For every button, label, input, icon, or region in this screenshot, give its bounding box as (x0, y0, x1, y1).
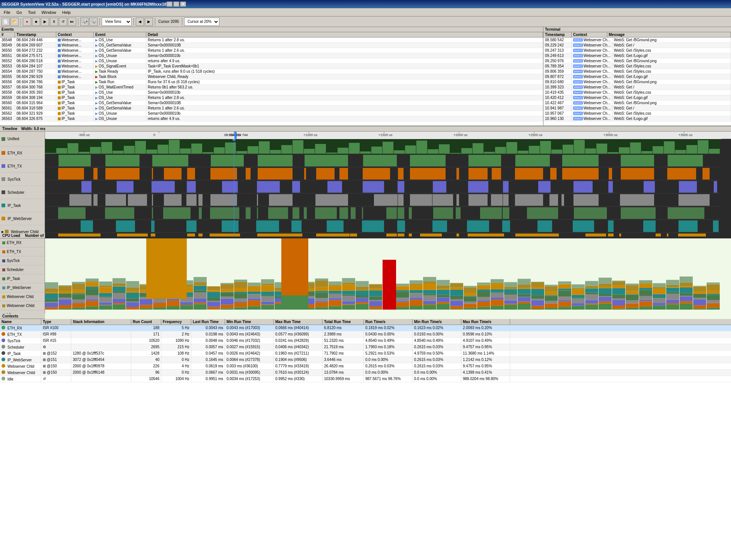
zoom-in-button[interactable]: 🔍+ (80, 18, 89, 26)
nav-right-button[interactable]: ▶ (145, 18, 153, 26)
list-item[interactable]: 09.249 613 WebS Webserver Ch... WebS: Ge… (543, 53, 731, 58)
menu-window[interactable]: Window (39, 9, 59, 15)
list-item[interactable]: 09.247 313 WebS Webserver Ch... WebS: Ge… (543, 48, 731, 53)
term-ctx: WebS Webserver Ch... (572, 100, 612, 105)
term-ctx: WebS Webserver Ch... (572, 48, 612, 53)
view-dropdown[interactable]: View 5ms (102, 18, 132, 26)
table-row[interactable]: Webserver Child ⊞ @150 2000 @ 0x1fff6148… (0, 370, 731, 376)
table-row[interactable]: 36557 08.604 300 768 IP_Task ▶ OS_WaitEv… (0, 85, 543, 90)
contexts-table[interactable]: Name Type Stack Information Run Count Fr… (0, 319, 731, 560)
events-header: Events (0, 27, 543, 32)
table-row[interactable]: ETH_RX ISR #100 188 5 Hz 0.0043 ms 0.004… (0, 325, 731, 331)
table-row[interactable]: SysTick ISR #15 10520 1090 Hz 0.0048 ms … (0, 338, 731, 344)
td-timestamp: 08.604 305 393 (15, 90, 56, 95)
ctx-td-maxpers: 988.0204 ms 98.80% (461, 376, 510, 382)
menu-go[interactable]: Go (14, 9, 25, 15)
table-row[interactable]: Scheduler ⚙ 2695 215 Hz 0.0057 ms 0.0027… (0, 344, 731, 350)
maximize-button[interactable]: □ (173, 1, 179, 7)
cpuload-labels: ETH_RX ETH_TX SysTick Scheduler IP_Task … (0, 238, 45, 319)
term-msg: WebS: Get /Logo.gif (612, 74, 731, 79)
list-item[interactable]: 10.399 323 WebS Webserver Ch... WebS: Ge… (543, 85, 731, 90)
table-row[interactable]: 36555 08.604 290 929 Webserve... ▶ Task … (0, 74, 543, 79)
play-button[interactable]: ▶ (41, 18, 49, 26)
list-item[interactable]: 08.580 542 WebS Webserver Ch... WebS: Ge… (543, 37, 731, 43)
menu-help[interactable]: Help (59, 9, 74, 15)
ctx-td-totalrun: 51.2320 ms (323, 338, 364, 344)
col-event: Event (94, 32, 146, 37)
table-row[interactable]: 36560 08.604 315 964 IP_Task ▶ OS_GetSem… (0, 100, 543, 106)
table-row[interactable]: Idle ↺ 10546 1004 Hz 0.9951 ms 0.0034 ms… (0, 376, 731, 382)
track-label: Scheduler (8, 190, 24, 195)
table-row[interactable]: 36562 08.604 321 929 IP_Task ▶ OS_Unuse … (0, 111, 543, 116)
close-button[interactable]: ✕ (180, 1, 186, 7)
ctx-dot (2, 351, 5, 355)
cpuload-track-label: Webserver Child (7, 304, 35, 308)
ctx-dot (2, 370, 5, 374)
events-table-body[interactable]: 36548 08.604 249 446 Webserve... ▶ OS_Us… (0, 37, 543, 122)
ctx-badge: WebS (573, 43, 583, 47)
zoom-out-button[interactable]: 🔍- (89, 18, 98, 26)
list-item[interactable]: 09.806 359 WebS Webserver Ch... WebS: Ge… (543, 69, 731, 74)
list-item[interactable]: 09.807 872 WebS Webserver Ch... WebS: Ge… (543, 74, 731, 79)
table-row[interactable]: IP_Task ⊞ @152 1280 @ 0x1fff537c 1428 10… (0, 350, 731, 357)
td-context: IP_Task (56, 111, 94, 116)
events-table: # Timestamp Context Event Detail 36548 0… (0, 32, 543, 126)
ctx-td-maxrun: 0.7610 ms (#30124) (274, 370, 323, 376)
table-row[interactable]: 36558 08.604 305 393 IP_Task ▶ OS_Use Se… (0, 90, 543, 95)
list-item[interactable]: 10.419 435 WebS Webserver Ch... WebS: Ge… (543, 90, 731, 95)
ctx-td-minpers: 0.2615 ms 0.03% (413, 357, 461, 363)
table-row[interactable]: 36548 08.604 249 446 Webserve... ▶ OS_Us… (0, 37, 543, 43)
td-detail: Sema=0x0000010B (146, 43, 543, 48)
list-item[interactable]: 10.941 987 WebS Webserver Ch... WebS: Ge… (543, 106, 731, 111)
ctx-td-minrun: 0.0026 ms (#24642) (225, 350, 274, 356)
list-item[interactable]: 10.960 130 WebS Webserver Ch... WebS: Ge… (543, 116, 731, 121)
ctx-td-runcount: 171 (131, 331, 161, 337)
menu-tool[interactable]: Tool (25, 9, 38, 15)
table-row[interactable]: 36556 08.604 296 786 IP_Task ▶ Task Run … (0, 79, 543, 85)
list-item[interactable]: 09.789 354 WebS Webserver Ch... WebS: Ge… (543, 64, 731, 69)
stop-button[interactable]: ■ (32, 18, 40, 26)
td-num: 36559 (0, 95, 15, 100)
list-item[interactable]: 10.420 412 WebS Webserver Ch... WebS: Ge… (543, 95, 731, 100)
term-ts: 09.250 976 (543, 58, 572, 63)
table-row[interactable]: 36549 08.604 269 607 Webserve... ▶ OS_Ge… (0, 43, 543, 48)
table-row[interactable]: IP_WebServer ⊞ @151 3072 @ 0x1fff0454 40… (0, 357, 731, 363)
table-row[interactable]: 36564 08.604 330 286 IP_Task ▶ OS_WaitEv… (0, 121, 543, 122)
terminal-table-body[interactable]: 08.580 542 WebS Webserver Ch... WebS: Ge… (543, 37, 731, 122)
open-button[interactable]: 📂 (11, 18, 19, 26)
new-button[interactable]: 📄 (2, 18, 10, 26)
ctx-dot (2, 326, 5, 329)
pause-button[interactable]: ⏸ (50, 18, 58, 26)
td-num: 36552 (0, 58, 15, 63)
cpuload-track-label: ETH_TX (7, 250, 21, 254)
term-ctx: WebS Webserver Ch... (572, 69, 612, 74)
nav-left-button[interactable]: ◀ (136, 18, 144, 26)
list-item[interactable]: 09.810 680 WebS Webserver Ch... WebS: Ge… (543, 79, 731, 85)
cursor-dropdown[interactable]: Cursor at 20% (184, 18, 219, 26)
menu-file[interactable]: File (1, 9, 14, 15)
step-button[interactable]: ⏭ (68, 18, 76, 26)
list-item[interactable]: 10.957 067 WebS Webserver Ch... WebS: Ge… (543, 111, 731, 116)
table-row[interactable]: Webserver Chld ⊞ @150 2000 @ 0x1fff0978 … (0, 363, 731, 370)
list-item[interactable]: 09.250 976 WebS Webserver Ch... WebS: Ge… (543, 58, 731, 64)
table-row[interactable]: 36563 08.604 326 875 IP_Task ▶ OS_Unuse … (0, 116, 543, 121)
table-row[interactable]: 36553 08.604 284 107 Webserve... ▶ OS_Si… (0, 64, 543, 69)
reset-button[interactable]: ↺ (59, 18, 67, 26)
minimize-button[interactable]: ─ (167, 1, 173, 7)
list-item[interactable]: 10.962 428 WebS Webserver Ch... WebS: Ge… (543, 121, 731, 122)
table-row[interactable]: 36559 08.604 308 194 IP_Task ▶ OS_Use Re… (0, 95, 543, 100)
table-row[interactable]: 36554 08.604 287 750 Webserve... ▶ Task … (0, 69, 543, 74)
table-row[interactable]: ETH_TX ISR #99 171 2 Hz 0.0198 ms 0.0043… (0, 331, 731, 338)
ctx-col-minrun: Min Run Time (225, 319, 274, 325)
list-item[interactable]: 09.229 242 WebS Webserver Ch... WebS: Ge… (543, 43, 731, 48)
term-ts: 10.399 323 (543, 85, 572, 90)
list-item[interactable]: 10.422 467 WebS Webserver Ch... WebS: Ge… (543, 100, 731, 106)
record-button[interactable]: ● (23, 18, 31, 26)
table-row[interactable]: 36552 08.604 280 518 Webserve... ▶ OS_Un… (0, 58, 543, 64)
term-ctx: WebS Webserver Ch... (572, 116, 612, 121)
table-row[interactable]: 36550 08.604 272 232 Webserve... ▶ OS_Ge… (0, 48, 543, 53)
table-row[interactable]: 36551 08.604 275 571 Webserve... ▶ OS_Un… (0, 53, 543, 58)
track-label: Unified (8, 137, 19, 141)
table-row[interactable]: 36561 08.604 318 589 IP_Task ▶ OS_GetSem… (0, 106, 543, 111)
td-timestamp: 08.604 275 571 (15, 53, 56, 58)
